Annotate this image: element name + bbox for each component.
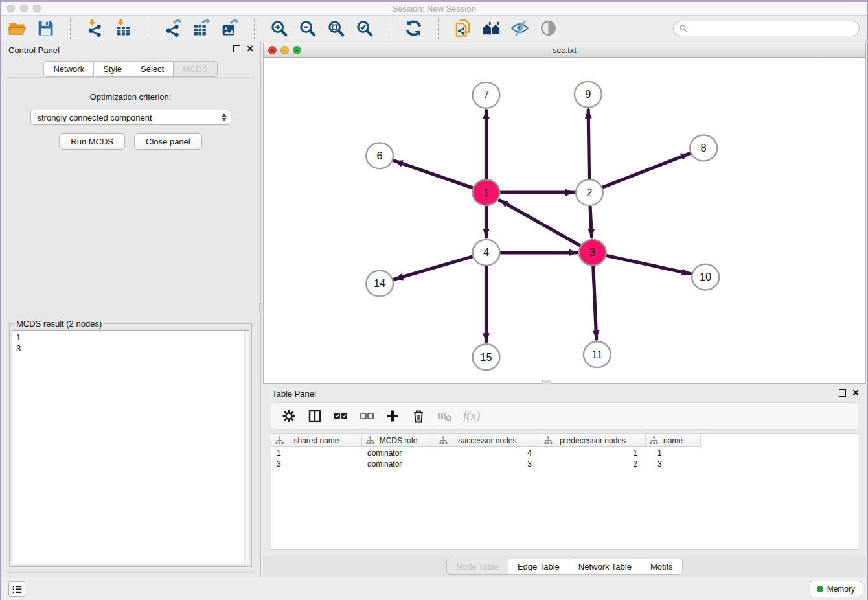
tab-style[interactable]: Style <box>94 61 131 77</box>
graph-node-10[interactable]: 10 <box>692 264 719 290</box>
zoom-fit-button[interactable] <box>326 18 346 38</box>
tab-edge-table[interactable]: Edge Table <box>508 559 569 575</box>
delete-table-button <box>437 409 451 423</box>
split-handle-vertical[interactable] <box>259 303 264 312</box>
mcds-panel: Optimization criterion: strongly connect… <box>6 77 255 573</box>
mcds-result-area[interactable]: 13 <box>12 330 249 564</box>
graph-node-label: 3 <box>589 246 595 258</box>
zoom-selected-button[interactable] <box>354 18 374 38</box>
graph-edge-2-3[interactable] <box>590 207 591 237</box>
graph-node-8[interactable]: 8 <box>690 135 717 161</box>
network-canvas[interactable]: 7968124314101511 <box>264 58 865 383</box>
zoom-out-button[interactable] <box>297 18 317 38</box>
graph-node-14[interactable]: 14 <box>366 271 393 297</box>
column-header-mcds-role[interactable]: MCDS role <box>362 434 435 447</box>
network-from-selection-button[interactable] <box>453 18 473 38</box>
zoom-selected-icon <box>355 19 374 38</box>
memory-button[interactable]: Memory <box>810 581 862 597</box>
float-table-panel-icon[interactable] <box>839 389 846 397</box>
table-panel-header: Table Panel ✕ <box>263 386 866 401</box>
column-view-button[interactable] <box>308 409 322 423</box>
network-view-titlebar[interactable]: ✕ − + scc.txt <box>264 43 865 58</box>
show-hidden-button[interactable] <box>538 18 558 38</box>
graph-edge-3-11[interactable] <box>593 267 597 340</box>
cell-name: 1 <box>646 448 701 457</box>
table-panel: Table Panel ✕ f(x) shared nameMCDS roles… <box>263 386 866 556</box>
export-image-button[interactable] <box>220 18 240 38</box>
tab-network[interactable]: Network <box>43 61 94 77</box>
save-session-button[interactable] <box>36 18 56 38</box>
control-panel-header: Control Panel ✕ <box>1 41 260 58</box>
graph-node-4[interactable]: 4 <box>473 240 500 266</box>
optimization-select[interactable]: strongly connected component <box>30 110 231 125</box>
graph-node-3[interactable]: 3 <box>579 240 606 266</box>
tab-network-table[interactable]: Network Table <box>569 559 641 575</box>
mcds-result-legend: MCDS result (2 nodes) <box>14 319 104 329</box>
close-panel-button[interactable]: Close panel <box>134 133 202 150</box>
import-network-icon <box>86 19 104 38</box>
graph-node-11[interactable]: 11 <box>584 341 611 367</box>
graph-edge-3-10[interactable] <box>606 255 690 273</box>
zoom-fit-icon <box>326 19 345 38</box>
network-graph[interactable]: 7968124314101511 <box>264 58 865 383</box>
column-header-name[interactable]: name <box>646 434 701 447</box>
graph-edge-2-9[interactable] <box>588 110 589 179</box>
open-file-button[interactable] <box>7 18 27 38</box>
cell-shared-name: 3 <box>271 459 362 468</box>
optimization-label: Optimization criterion: <box>6 92 255 102</box>
delete-row-button[interactable] <box>411 409 426 423</box>
refresh-layout-button[interactable] <box>404 18 424 38</box>
select-all-rows-button[interactable] <box>334 409 348 423</box>
export-network-button[interactable] <box>163 18 183 38</box>
graph-node-2[interactable]: 2 <box>576 179 603 205</box>
network-from-selection-icon <box>453 19 472 38</box>
zoom-in-button[interactable] <box>269 18 289 38</box>
export-table-icon <box>192 19 211 38</box>
close-table-panel-icon[interactable]: ✕ <box>852 389 860 397</box>
column-view-icon <box>308 409 322 423</box>
deselect-all-rows-button[interactable] <box>360 409 374 423</box>
hide-selected-button[interactable] <box>510 18 530 38</box>
column-header-successor-nodes[interactable]: successor nodes <box>435 434 540 447</box>
table-row[interactable]: 3dominator323 <box>271 458 858 469</box>
export-table-button[interactable] <box>191 18 211 38</box>
mcds-result-fieldset: MCDS result (2 nodes) 13 <box>9 319 252 567</box>
cell-name: 3 <box>646 459 701 468</box>
add-row-button[interactable] <box>385 409 400 423</box>
graph-node-15[interactable]: 15 <box>473 344 500 370</box>
graph-node-6[interactable]: 6 <box>366 143 393 168</box>
table-row[interactable]: 1dominator411 <box>271 447 858 458</box>
search-input[interactable] <box>691 24 854 34</box>
result-scrollbar[interactable] <box>244 331 249 564</box>
column-header-shared-name[interactable]: shared name <box>271 434 362 447</box>
column-header-predecessor-nodes[interactable]: predecessor nodes <box>540 434 646 447</box>
search-box[interactable] <box>673 21 860 36</box>
graph-node-9[interactable]: 9 <box>575 82 602 108</box>
sort-hierarchy-icon <box>275 436 284 444</box>
close-panel-icon[interactable]: ✕ <box>246 45 254 52</box>
task-history-button[interactable] <box>8 581 25 597</box>
main-titlebar: Session: New Session <box>1 2 867 16</box>
graph-node-1[interactable]: 1 <box>473 179 500 205</box>
graph-edge-3-1[interactable] <box>499 200 580 246</box>
table-settings-gear-button[interactable] <box>282 409 296 423</box>
graph-edge-1-6[interactable] <box>394 161 473 188</box>
tab-motifs[interactable]: Motifs <box>641 559 683 575</box>
first-neighbors-button[interactable] <box>481 18 501 38</box>
import-table-button[interactable] <box>113 18 133 38</box>
graph-edge-4-14[interactable] <box>394 257 472 279</box>
split-handle-horizontal[interactable] <box>542 380 551 384</box>
tab-mcds[interactable]: MCDS <box>174 61 217 77</box>
task-list-icon <box>12 584 23 595</box>
float-panel-icon[interactable] <box>233 45 240 52</box>
run-mcds-button[interactable]: Run MCDS <box>59 133 125 150</box>
optimization-value: strongly connected component <box>38 113 222 122</box>
network-view-title: scc.txt <box>264 45 865 55</box>
graph-node-7[interactable]: 7 <box>473 82 500 108</box>
show-hidden-icon <box>539 19 558 38</box>
import-network-button[interactable] <box>85 18 105 38</box>
tab-node-table[interactable]: Node Table <box>446 559 508 575</box>
zoom-in-icon <box>269 19 288 38</box>
graph-edge-2-8[interactable] <box>602 154 689 187</box>
tab-select[interactable]: Select <box>131 61 174 77</box>
